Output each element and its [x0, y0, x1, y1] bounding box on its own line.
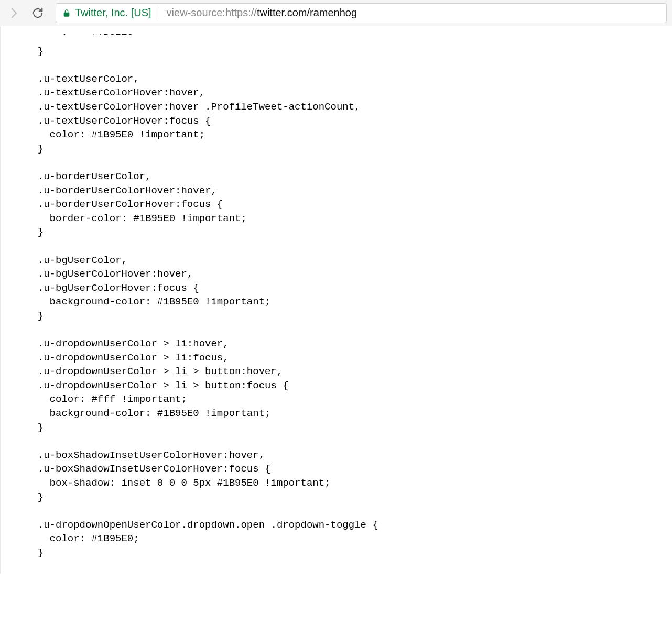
source-code[interactable]: color: #1B95E0; } .u-textUserColor, .u-t… — [10, 40, 672, 560]
forward-button[interactable] — [5, 4, 24, 23]
address-bar[interactable]: Twitter, Inc. [US] view-source:https://t… — [56, 3, 667, 23]
view-source-content: color: #1B95E0; } .u-textUserColor, .u-t… — [0, 26, 672, 574]
browser-toolbar: Twitter, Inc. [US] view-source:https://t… — [0, 0, 672, 26]
url-display: view-source:https://twitter.com/ramenhog — [167, 7, 357, 19]
ev-cert-name: Twitter, Inc. [US] — [75, 7, 151, 19]
lock-icon — [62, 8, 71, 18]
address-divider — [159, 7, 159, 19]
reload-button[interactable] — [28, 4, 47, 23]
source-line: color: #1B95E0; — [26, 31, 672, 35]
